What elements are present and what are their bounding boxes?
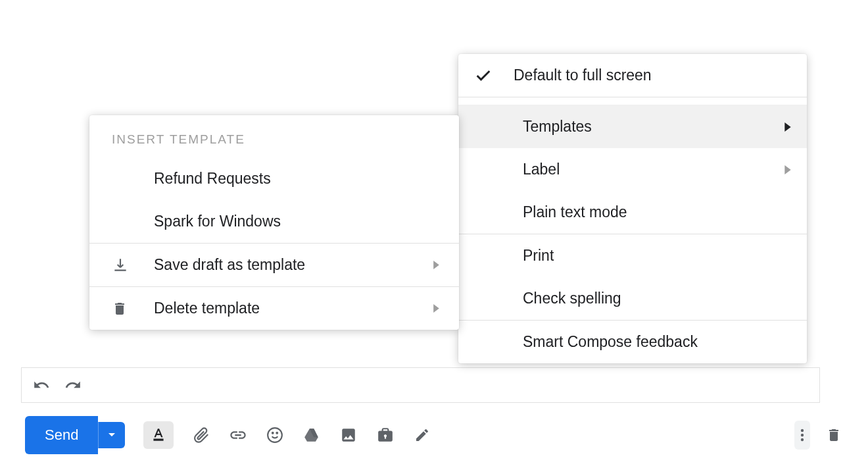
menu-item-check-spelling[interactable]: Check spelling [458,277,807,320]
template-item-spark[interactable]: Spark for Windows [89,200,459,243]
confidential-icon[interactable] [376,426,395,444]
compose-toolbar: Send [21,416,847,454]
svg-point-0 [268,428,283,442]
menu-label: Templates [523,118,784,136]
svg-point-2 [277,432,278,434]
menu-item-smart-compose[interactable]: Smart Compose feedback [458,321,807,363]
image-icon[interactable] [339,426,358,444]
template-label: Refund Requests [154,170,439,188]
drive-icon[interactable] [302,426,321,444]
trash-icon [112,301,154,317]
redo-icon[interactable] [64,376,82,394]
submenu-header: INSERT TEMPLATE [89,115,459,157]
submenu-label: Delete template [154,300,433,317]
menu-label: Check spelling [523,290,791,307]
link-icon[interactable] [229,426,247,444]
templates-submenu: INSERT TEMPLATE Refund Requests Spark fo… [89,115,459,330]
chevron-right-icon [433,261,439,269]
svg-point-5 [801,438,804,441]
template-label: Spark for Windows [154,213,439,230]
menu-item-fullscreen[interactable]: Default to full screen [458,54,807,97]
svg-point-4 [801,434,804,436]
pen-icon[interactable] [413,426,431,444]
compose-more-menu: Default to full screen Templates Label P… [458,54,807,363]
download-icon [112,257,154,274]
menu-label: Plain text mode [523,203,791,221]
template-item-refund[interactable]: Refund Requests [89,157,459,200]
submenu-item-delete-template[interactable]: Delete template [89,287,459,330]
menu-item-templates[interactable]: Templates [458,105,807,148]
trash-icon[interactable] [825,426,843,444]
menu-item-print[interactable]: Print [458,234,807,277]
more-options-button[interactable] [794,421,810,450]
formatting-toolbar [21,367,820,403]
submenu-item-save-draft[interactable]: Save draft as template [89,244,459,286]
attach-icon[interactable] [192,426,210,444]
menu-label: Print [523,247,791,265]
send-button[interactable]: Send [25,416,98,454]
undo-icon[interactable] [32,376,51,394]
menu-item-label[interactable]: Label [458,148,807,191]
svg-point-3 [801,429,804,432]
svg-point-1 [272,432,274,434]
chevron-right-icon [433,304,439,313]
menu-item-plain-text[interactable]: Plain text mode [458,191,807,234]
emoji-icon[interactable] [266,426,284,444]
menu-label: Label [523,161,784,178]
send-dropdown-button[interactable] [98,422,125,448]
menu-label: Default to full screen [514,66,791,84]
check-icon [474,66,514,85]
chevron-right-icon [784,165,791,174]
menu-label: Smart Compose feedback [523,333,791,351]
text-format-button[interactable] [143,421,174,449]
submenu-label: Save draft as template [154,256,433,274]
chevron-right-icon [784,122,791,132]
